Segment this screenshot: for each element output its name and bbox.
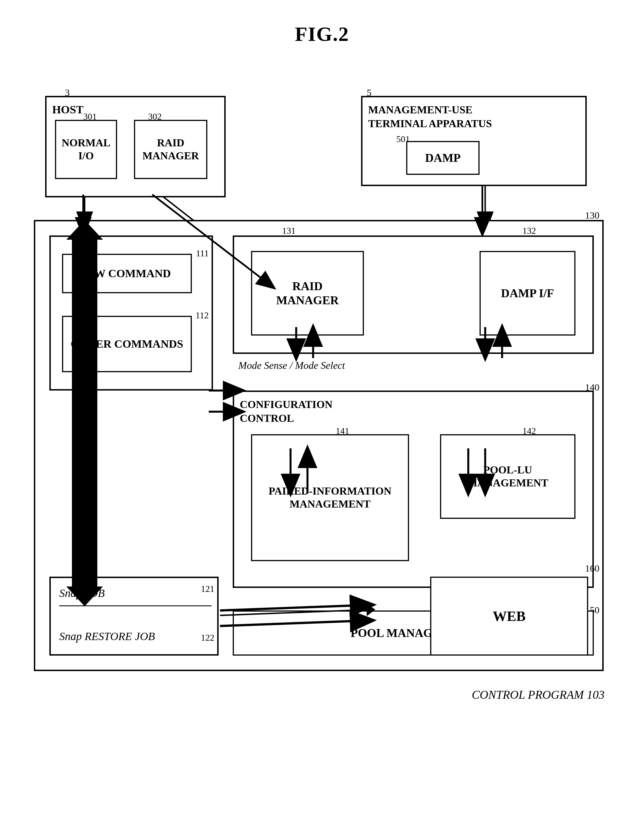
raid-manager-host-box: RAIDMANAGER xyxy=(134,120,207,179)
management-terminal-label: MANAGEMENT-USETERMINAL APPARATUS xyxy=(368,103,492,131)
control-program-label: CONTROL PROGRAM 103 xyxy=(472,688,605,702)
rw-ref: 111 xyxy=(196,248,209,259)
inner-130-box: 131 RAIDMANAGER 132 DAMP I/F xyxy=(233,235,594,354)
host-label: HOST xyxy=(52,103,84,116)
web-ref: 160 xyxy=(585,563,600,574)
pool-lu-box: POOL-LUMANAGEMENT xyxy=(440,434,575,519)
control-program-box: 130 131 RAIDMANAGER 132 DAMP I/F Mode Se… xyxy=(34,220,604,671)
config-control-outer: CONFIGURATIONCONTROL 141 PAIRED-INFORMAT… xyxy=(233,390,594,588)
damp-if-ref: 132 xyxy=(522,226,536,236)
paired-info-box: PAIRED-INFORMATIONMANAGEMENT xyxy=(251,434,409,561)
damp-box: DAMP xyxy=(406,141,480,175)
management-terminal-box: MANAGEMENT-USETERMINAL APPARATUS 501 DAM… xyxy=(361,96,587,186)
other-commands-ref: 112 xyxy=(196,310,209,321)
io-commands-box: 111 R/W COMMAND 112 OTHER COMMANDS xyxy=(49,235,213,390)
snap-restore-label: Snap RESTORE JOB xyxy=(59,630,155,643)
snap-job-label: Snap JOB xyxy=(59,587,212,606)
mode-sense-label: Mode Sense / Mode Select xyxy=(238,359,345,371)
raid-manager-inner-ref: 131 xyxy=(282,226,296,236)
raid-manager-inner-box: RAIDMANAGER xyxy=(251,251,364,336)
rw-command-box: R/W COMMAND xyxy=(62,254,192,293)
normal-io-box: NORMALI/O xyxy=(55,120,117,179)
other-commands-box: OTHER COMMANDS xyxy=(62,316,192,372)
ref-130: 130 xyxy=(585,210,600,221)
snap-jobs-container: 121 Snap JOB 122 Snap RESTORE JOB xyxy=(49,577,219,656)
damp-if-box: DAMP I/F xyxy=(480,251,575,336)
web-box: WEB xyxy=(430,577,588,656)
host-outer-box: HOST 301 302 NORMALI/O RAIDMANAGER xyxy=(45,96,226,197)
page-title: FIG.2 xyxy=(0,0,644,46)
config-control-label: CONFIGURATIONCONTROL xyxy=(240,398,333,425)
snap-restore-ref: 122 xyxy=(201,632,214,643)
